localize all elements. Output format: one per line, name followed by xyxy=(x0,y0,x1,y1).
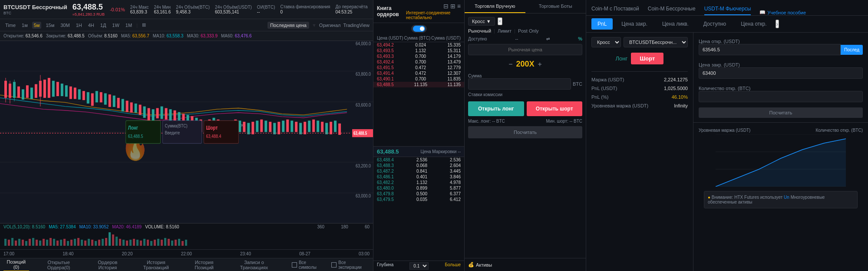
level-margin-label: Уровневая маржа (USDT) xyxy=(591,103,648,108)
qty-input[interactable] xyxy=(699,91,863,102)
bid-price-7: 63,479.8 xyxy=(377,191,394,196)
pnl-tab-avail[interactable]: Доступно xyxy=(697,18,732,30)
svg-rect-13 xyxy=(4,81,7,98)
tab-tx-records[interactable]: Записи о Транзакциях xyxy=(230,259,278,271)
short-tag-btn[interactable]: Шорт xyxy=(631,53,663,64)
tf-15m[interactable]: 15м xyxy=(44,22,56,29)
tf-30m[interactable]: 30М xyxy=(59,22,71,29)
pnl-tab-close-price[interactable]: Цена закр. xyxy=(615,18,653,30)
bid-row-2[interactable]: 63,488.3 0.068 2.604 xyxy=(373,163,464,168)
tf-1mo[interactable]: 1М xyxy=(124,22,134,29)
leverage-minus-btn[interactable]: − xyxy=(508,60,512,68)
svg-rect-127 xyxy=(53,239,55,246)
oi-group: ОИ(BTC) -- xyxy=(257,5,275,14)
open-long-btn[interactable]: Открыть лонг xyxy=(468,101,524,116)
bid-row-3[interactable]: 63,487.2 0.841 3.445 xyxy=(373,168,464,174)
toggle-switch[interactable] xyxy=(413,26,425,32)
long-tag-btn[interactable]: Лонг xyxy=(616,55,628,62)
all-symbols-check[interactable]: Все символы xyxy=(292,260,324,270)
last-price-btn[interactable]: Последняя цена xyxy=(267,22,309,29)
last-price-btn[interactable]: Послед xyxy=(841,45,863,55)
tab-open-orders[interactable]: Открытые Ордера(0) xyxy=(36,259,82,271)
bid-row-6[interactable]: 63,480.0 0.899 5.877 xyxy=(373,185,464,191)
svg-rect-50 xyxy=(130,102,133,113)
left-form-col: Кросс BTCUSDTБессрочн... Лонг Шорт Маржа… xyxy=(586,33,693,271)
order-type-market[interactable]: Рыночный xyxy=(468,28,491,33)
ob-layout2-btn[interactable]: ⊞ xyxy=(450,3,455,10)
ask-row-1[interactable]: 63,494.2 0.024 15.335 xyxy=(373,42,464,48)
tradingview-btn[interactable]: TradingView xyxy=(343,23,370,28)
close-price-input[interactable] xyxy=(699,67,863,79)
all-symbols-checkbox[interactable] xyxy=(292,262,297,268)
ob-more-link[interactable]: Больше xyxy=(445,262,461,270)
bid-sum-btc-1: 2.536 xyxy=(416,157,427,162)
ask-row-8[interactable]: 63,488.5 11.135 11.135 xyxy=(373,82,464,87)
svg-rect-140 xyxy=(98,240,100,246)
calculate-btn[interactable]: Посчитать xyxy=(468,126,582,138)
notice-link[interactable]: Un xyxy=(784,195,789,200)
tab-order-history[interactable]: Ордеров История xyxy=(89,259,127,271)
pnl-pct-val: 46.10% xyxy=(672,94,688,100)
tab-tx-history[interactable]: История Транзакций xyxy=(134,259,178,271)
bid-row-5[interactable]: 63,482.2 1.132 4.978 xyxy=(373,180,464,185)
ask-row-5[interactable]: 63,491.5 0.472 12.779 xyxy=(373,65,464,70)
open-short-btn[interactable]: Открыть шорт xyxy=(527,101,583,116)
depth-select[interactable]: 0.1 0.5 1.0 xyxy=(409,262,429,270)
bid-row-4[interactable]: 63,486.1 0.401 3.846 xyxy=(373,174,464,180)
open-price-input[interactable] xyxy=(699,44,841,55)
margin-row: Маржа (USDT) 2,224.1275 xyxy=(591,77,688,82)
ask-row-6[interactable]: 63,491.4 0.472 12.307 xyxy=(373,70,464,76)
ask-row-7[interactable]: 63,490.1 0.700 11.835 xyxy=(373,76,464,82)
svg-rect-165 xyxy=(185,240,187,246)
tf-1w[interactable]: 1W xyxy=(110,22,121,29)
ob-layout1-btn[interactable]: ⊟ xyxy=(443,3,449,10)
bid-row-1[interactable]: 63,488.4 2.536 2.536 xyxy=(373,157,464,163)
pnl-tab-open-price[interactable]: Цена откр. xyxy=(735,18,772,30)
svg-rect-114 xyxy=(8,240,10,246)
open-price-input-group: Послед xyxy=(699,44,863,55)
tf-1h[interactable]: 1Н xyxy=(74,22,84,29)
right-calc-btn[interactable]: Посчитать xyxy=(699,107,863,118)
form-cross-select[interactable]: Кросс xyxy=(591,37,621,47)
all-symbols-label: Все символы xyxy=(299,260,325,270)
order-type-postonly[interactable]: Post Only xyxy=(518,28,539,33)
form-symbol-select[interactable]: BTCUSDTБессрочн... xyxy=(624,37,688,47)
original-btn[interactable]: Оригинал xyxy=(319,23,341,28)
max-long-prefix: Макс. лонг: xyxy=(468,119,491,124)
tf-1m[interactable]: 1м xyxy=(20,22,30,29)
acc-tab-usdt-m[interactable]: USDT-М Фьючерсы xyxy=(704,3,751,15)
cross-close-btn[interactable]: × xyxy=(498,17,502,25)
market-price-input[interactable] xyxy=(468,44,582,55)
all-exp-checkbox[interactable] xyxy=(331,262,337,268)
pct-btn[interactable]: % xyxy=(578,36,582,41)
acc-tab-coin-m-perp[interactable]: Coin-М Бессрочные xyxy=(648,3,696,15)
leverage-plus-btn[interactable]: + xyxy=(538,60,542,68)
tab-positions[interactable]: Позиций (0) xyxy=(3,258,29,271)
ask-row-3[interactable]: 63,493.3 0.700 14.179 xyxy=(373,54,464,59)
pnl-tab-pnl[interactable]: PnL xyxy=(591,18,613,30)
svg-rect-82 xyxy=(269,122,271,132)
tab-bots[interactable]: Торговые Боты xyxy=(525,0,586,13)
ask-row-4[interactable]: 63,492.4 0.700 13.479 xyxy=(373,59,464,65)
acc-tab-coin-m-supply[interactable]: Coin-М с Поставкой xyxy=(591,3,639,15)
chart-main[interactable]: 64,000.0 63,800.0 63,600.0 63,400.0 63,2… xyxy=(0,41,373,223)
tf-5m[interactable]: 5м xyxy=(32,22,42,29)
ob-toggle[interactable] xyxy=(411,25,427,33)
tab-pos-history[interactable]: История Позиций xyxy=(185,259,223,271)
cross-btn[interactable]: Кросс ▼ xyxy=(468,17,495,26)
bid-row-8[interactable]: 63,479.5 0.035 6.412 xyxy=(373,197,464,202)
tab-manual-trading[interactable]: Торговля Вручную xyxy=(465,0,525,13)
price-tab-arrow[interactable]: › xyxy=(776,20,779,28)
sum-input[interactable] xyxy=(468,78,571,90)
ask-row-2[interactable]: 63,493.5 1.132 15.311 xyxy=(373,48,464,54)
bid-row-7[interactable]: 63,479.8 0.500 6.377 xyxy=(373,191,464,197)
indicator-btn[interactable]: ⊞ xyxy=(140,21,148,29)
tf-4h[interactable]: 4Н xyxy=(86,22,96,29)
tf-time[interactable]: Time xyxy=(3,22,17,29)
order-type-limit[interactable]: Лимит xyxy=(498,28,512,33)
tf-1d[interactable]: 1Д xyxy=(99,22,108,29)
pnl-tab-liq-price[interactable]: Цена ликв. xyxy=(656,18,695,30)
all-exp-check[interactable]: Все экспирации xyxy=(331,260,370,270)
edu-link-btn[interactable]: 📖 Учебное пособие xyxy=(759,10,806,15)
ob-layout3-btn[interactable]: ≡ xyxy=(457,3,461,10)
